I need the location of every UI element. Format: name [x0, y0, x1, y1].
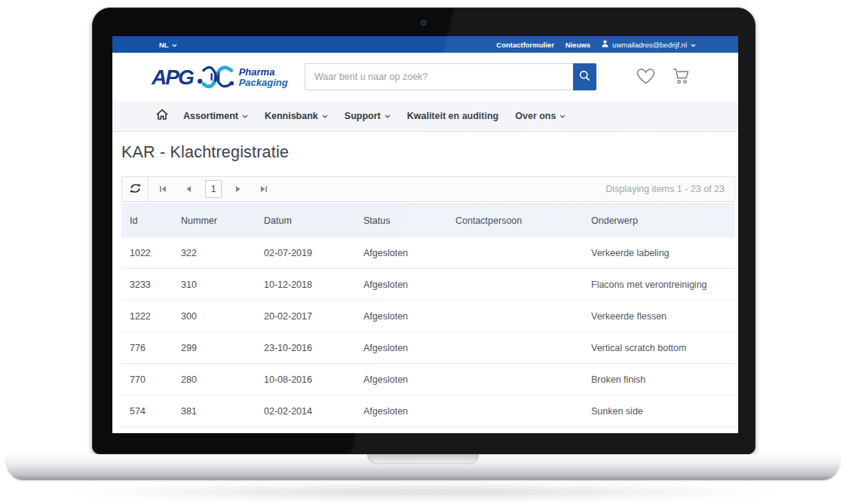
column-header-datum[interactable]: Datum: [256, 215, 355, 226]
table-cell: 1222: [121, 311, 173, 322]
table-cell: Afgesloten: [355, 374, 447, 385]
table-cell: 20-02-2017: [256, 311, 355, 322]
chevron-down-icon: [172, 41, 177, 49]
table-row[interactable]: 102232202-07-2019AfgeslotenVerkeerde lab…: [121, 237, 735, 269]
last-page-icon: [260, 184, 268, 195]
table-cell: 310: [173, 279, 256, 290]
table-cell: Broken finish: [583, 374, 735, 385]
webcam-dot: [421, 20, 427, 26]
table-cell: Flacons met verontreiniging: [583, 279, 735, 290]
table-cell: 322: [173, 248, 256, 258]
first-page-button[interactable]: [150, 177, 176, 201]
heart-icon: [636, 75, 656, 87]
table-cell: Verkeerde flessen: [583, 311, 735, 322]
search-bar: [305, 63, 596, 90]
next-page-icon: [235, 184, 241, 195]
table-cell: 3233: [121, 279, 173, 290]
logo-word-packaging: Packaging: [239, 78, 288, 88]
page-content: KAR - Klachtregistratie: [112, 143, 738, 427]
next-page-button[interactable]: [225, 177, 251, 201]
laptop-base: [6, 454, 840, 480]
nav-item-label: Support: [345, 111, 381, 121]
table-cell: 776: [121, 343, 173, 353]
account-email: uwmailadres@bedrijf.nl: [612, 41, 687, 49]
laptop-screen-bezel: NL Contactformulier Nieuws uwmailadres@b…: [92, 8, 756, 454]
nav-item-label: Over ons: [515, 111, 556, 121]
news-link[interactable]: Nieuws: [566, 41, 590, 49]
chevron-down-icon: [559, 115, 566, 118]
last-page-button[interactable]: [251, 177, 277, 201]
column-header-id[interactable]: Id: [121, 215, 173, 226]
column-header-nummer[interactable]: Nummer: [173, 215, 256, 226]
complaints-table: IdNummerDatumStatusContactpersoonOnderwe…: [121, 203, 735, 427]
refresh-icon: [130, 183, 141, 196]
search-input[interactable]: [305, 63, 573, 90]
table-row[interactable]: 57438102-02-2014AfgeslotenSunken side: [121, 396, 735, 427]
cart-button[interactable]: [671, 67, 691, 88]
nav-item-kennisbank[interactable]: Kennisbank: [265, 111, 328, 121]
main-nav: AssortimentKennisbankSupportKwaliteit en…: [112, 101, 738, 132]
nav-item-label: Assortiment: [183, 111, 238, 121]
nav-item-assortiment[interactable]: Assortiment: [183, 111, 248, 121]
prev-page-icon: [185, 184, 192, 195]
table-body: 102232202-07-2019AfgeslotenVerkeerde lab…: [121, 237, 735, 427]
search-icon: [579, 70, 590, 84]
grid-status-text: Displaying items 1 - 23 of 23: [605, 184, 734, 194]
page-number-input[interactable]: 1: [205, 180, 222, 198]
laptop-base-notch: [367, 454, 479, 464]
search-button[interactable]: [573, 63, 596, 90]
home-button[interactable]: [156, 109, 168, 123]
column-header-contactpersoon[interactable]: Contactpersoon: [447, 215, 583, 226]
column-header-onderwerp[interactable]: Onderwerp: [583, 215, 735, 226]
logo-tagline: Pharma Packaging: [239, 67, 288, 87]
logo-acronym: APG: [152, 67, 193, 88]
table-cell: 300: [173, 311, 256, 322]
chevron-down-icon: [242, 115, 248, 118]
table-row[interactable]: 122230020-02-2017AfgeslotenVerkeerde fle…: [121, 301, 735, 332]
prev-page-button[interactable]: [176, 177, 201, 201]
table-cell: 280: [173, 374, 256, 385]
table-cell: Afgesloten: [355, 248, 447, 258]
table-cell: Afgesloten: [355, 406, 447, 417]
table-cell: Afgesloten: [355, 311, 447, 322]
nav-item-over-ons[interactable]: Over ons: [515, 111, 566, 121]
chevron-down-icon: [691, 41, 696, 49]
grid-toolbar: 1 Displaying items 1 - 23 of 23: [121, 176, 735, 202]
refresh-button[interactable]: [122, 177, 148, 201]
table-cell: Vertical scratch bottom: [583, 343, 735, 353]
table-cell: 10-08-2016: [256, 374, 355, 385]
logo-word-pharma: Pharma: [239, 67, 288, 78]
home-icon: [156, 109, 168, 123]
user-icon: [602, 40, 608, 49]
table-cell: Verkeerde labeling: [583, 248, 735, 258]
contact-form-link[interactable]: Contactformulier: [496, 41, 554, 49]
pager: 1: [149, 177, 278, 201]
table-cell: 1022: [121, 248, 173, 258]
account-menu[interactable]: uwmailadres@bedrijf.nl: [602, 40, 696, 49]
table-cell: 574: [121, 406, 173, 417]
nav-item-kwaliteit-en-auditing[interactable]: Kwaliteit en auditing: [407, 111, 499, 121]
table-row[interactable]: 77028010-08-2016AfgeslotenBroken finish: [121, 364, 735, 396]
browser-viewport: NL Contactformulier Nieuws uwmailadres@b…: [112, 36, 738, 433]
table-header-row: IdNummerDatumStatusContactpersoonOnderwe…: [121, 203, 735, 237]
wishlist-button[interactable]: [636, 67, 656, 88]
table-cell: Afgesloten: [355, 343, 447, 353]
shopping-cart-icon: [671, 75, 691, 87]
nav-item-support[interactable]: Support: [345, 111, 391, 121]
language-selector[interactable]: NL: [159, 41, 177, 49]
site-header: APG Pharma Packaging: [112, 53, 738, 101]
company-logo[interactable]: APG Pharma Packaging: [152, 63, 288, 93]
column-header-status[interactable]: Status: [355, 215, 447, 226]
table-cell: 770: [121, 374, 173, 385]
table-cell: 10-12-2018: [256, 279, 355, 290]
table-cell: 02-02-2014: [256, 406, 355, 417]
nav-item-label: Kennisbank: [265, 111, 318, 121]
chevron-down-icon: [322, 115, 328, 118]
utility-topbar: NL Contactformulier Nieuws uwmailadres@b…: [112, 36, 738, 53]
table-cell: 299: [173, 343, 256, 353]
page-title: KAR - Klachtregistratie: [121, 143, 735, 162]
table-row[interactable]: 323331010-12-2018AfgeslotenFlacons met v…: [121, 269, 735, 301]
table-row[interactable]: 77629923-10-2016AfgeslotenVertical scrat…: [121, 332, 735, 364]
nav-item-label: Kwaliteit en auditing: [407, 111, 499, 121]
table-cell: 02-07-2019: [256, 248, 355, 258]
